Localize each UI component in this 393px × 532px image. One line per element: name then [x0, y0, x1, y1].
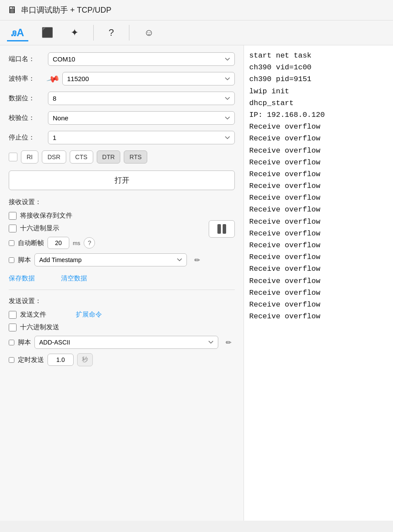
send-script-row: 脚本 ADD-ASCII ✏	[9, 336, 235, 349]
rts-btn[interactable]: RTS	[124, 150, 147, 164]
baud-label: 波特率：	[9, 75, 48, 83]
timed-send-label: 定时发送	[18, 356, 44, 364]
left-panel: 端口名： COM10 波特率： 📌 115200 数据位： 8 校验位： Non…	[0, 45, 244, 521]
save-file-label: 将接收保存到文件	[20, 211, 72, 220]
toolbar-waveform-btn[interactable]: ⬛	[37, 24, 58, 41]
receive-script-edit-btn[interactable]: ✏	[190, 253, 203, 266]
output-line: Receive overflow	[249, 228, 388, 239]
data-bits-label: 数据位：	[9, 94, 48, 102]
save-file-checkbox[interactable]	[9, 212, 17, 220]
output-line: Receive overflow	[249, 180, 388, 192]
data-bits-row: 数据位： 8	[9, 92, 235, 105]
timed-send-checkbox[interactable]	[9, 357, 14, 363]
receive-controls: 将接收保存到文件 十六进制显示 自动断帧 ms ?	[9, 211, 235, 271]
hex-display-row: 十六进制显示	[9, 224, 203, 232]
auto-frame-help-btn[interactable]: ?	[84, 237, 95, 249]
output-line: Receive overflow	[249, 145, 388, 157]
auto-frame-input[interactable]	[47, 237, 69, 249]
output-line: IP: 192.168.0.120	[249, 109, 388, 121]
main-content: 端口名： COM10 波特率： 📌 115200 数据位： 8 校验位： Non…	[0, 45, 393, 521]
toolbar-font-btn[interactable]: ꭿA	[7, 24, 28, 41]
hex-display-checkbox[interactable]	[9, 225, 17, 232]
send-file-checkbox[interactable]	[9, 311, 17, 319]
auto-frame-row: 自动断帧 ms ?	[9, 237, 203, 249]
parity-select[interactable]: None	[48, 111, 235, 125]
ri-btn[interactable]: RI	[21, 150, 38, 164]
hex-send-row: 十六进制发送	[9, 323, 235, 331]
stop-bits-row: 停止位： 1	[9, 131, 235, 144]
save-file-row: 将接收保存到文件	[9, 211, 203, 220]
receive-script-checkbox[interactable]	[9, 257, 14, 263]
toolbar-separator2	[129, 25, 129, 41]
pin-icon: 📌	[46, 72, 61, 86]
auto-frame-checkbox[interactable]	[9, 240, 14, 246]
save-data-link[interactable]: 保存数据	[9, 274, 35, 283]
output-line: Receive overflow	[249, 251, 388, 263]
baud-select[interactable]: 115200	[62, 72, 235, 85]
timed-send-row: 定时发送 秒	[9, 353, 235, 366]
divider	[9, 290, 235, 290]
pause-bar1	[217, 224, 221, 234]
hex-display-label: 十六进制显示	[20, 224, 59, 232]
signal-row: RI DSR CTS DTR RTS	[9, 150, 235, 164]
send-script-select[interactable]: ADD-ASCII	[34, 336, 218, 349]
titlebar: 🖥 串口调试助手 + TCP/UDP	[0, 0, 393, 20]
timed-send-input[interactable]	[47, 354, 74, 366]
baud-row: 波特率： 📌 115200	[9, 72, 235, 85]
send-script-checkbox[interactable]	[9, 340, 14, 345]
output-line: lwip init	[249, 85, 388, 97]
output-line: Receive overflow	[249, 168, 388, 180]
help-icon: ?	[108, 27, 114, 38]
receive-script-select[interactable]: Add Timestamp	[34, 253, 187, 266]
pause-btn[interactable]	[209, 220, 235, 238]
waveform-icon: ⬛	[41, 27, 53, 38]
action-links: 保存数据 清空数据	[9, 274, 235, 283]
data-bits-select[interactable]: 8	[48, 92, 235, 105]
hex-send-checkbox[interactable]	[9, 324, 17, 331]
toolbar-settings-btn[interactable]: ✦	[66, 24, 83, 41]
output-line: ch390 pid=9151	[249, 73, 388, 85]
dsr-btn[interactable]: DSR	[42, 150, 66, 164]
extend-cmd-link[interactable]: 扩展命令	[76, 310, 102, 319]
receive-script-label: 脚本	[18, 256, 31, 264]
receive-section: 将接收保存到文件 十六进制显示 自动断帧 ms ?	[9, 211, 235, 271]
auto-frame-label: 自动断帧	[18, 239, 44, 247]
app-icon: 🖥	[7, 4, 17, 16]
signal-checkbox[interactable]	[9, 153, 17, 161]
output-line: Receive overflow	[249, 287, 388, 299]
output-line: Receive overflow	[249, 204, 388, 215]
emoji-icon: ☺	[144, 27, 154, 38]
open-button[interactable]: 打开	[9, 171, 235, 190]
port-select[interactable]: COM10	[48, 52, 235, 66]
port-label: 端口名：	[9, 55, 48, 63]
send-script-label: 脚本	[18, 338, 31, 347]
gear-sparkle-icon: ✦	[71, 27, 78, 38]
output-line: Receive overflow	[249, 133, 388, 144]
right-panel: start net taskch390 vid=1c00ch390 pid=91…	[244, 45, 393, 521]
ms-unit-label: ms	[73, 240, 80, 246]
output-line: Receive overflow	[249, 263, 388, 275]
toolbar-separator	[93, 25, 94, 41]
output-line: start net task	[249, 50, 388, 61]
toolbar-emoji-btn[interactable]: ☺	[140, 24, 158, 41]
send-section-title: 发送设置：	[9, 297, 235, 305]
output-line: Receive overflow	[249, 275, 388, 287]
output-line: Receive overflow	[249, 310, 388, 322]
output-line: dhcp_start	[249, 97, 388, 109]
stop-bits-select[interactable]: 1	[48, 131, 235, 144]
app-title: 串口调试助手 + TCP/UDP	[21, 5, 112, 15]
parity-label: 校验位：	[9, 114, 48, 122]
receive-section-title: 接收设置：	[9, 198, 235, 206]
cts-btn[interactable]: CTS	[70, 150, 93, 164]
toolbar-help-btn[interactable]: ?	[104, 24, 118, 41]
output-line: Receive overflow	[249, 157, 388, 168]
stop-bits-label: 停止位：	[9, 133, 48, 142]
dtr-btn[interactable]: DTR	[97, 150, 121, 164]
send-script-edit-btn[interactable]: ✏	[222, 336, 235, 349]
output-line: Receive overflow	[249, 239, 388, 251]
receive-left: 将接收保存到文件 十六进制显示 自动断帧 ms ?	[9, 211, 203, 271]
pause-bar2	[223, 224, 226, 234]
send-file-label: 发送文件	[20, 310, 46, 319]
font-icon: ꭿA	[11, 27, 24, 39]
clear-data-link[interactable]: 清空数据	[61, 274, 87, 283]
